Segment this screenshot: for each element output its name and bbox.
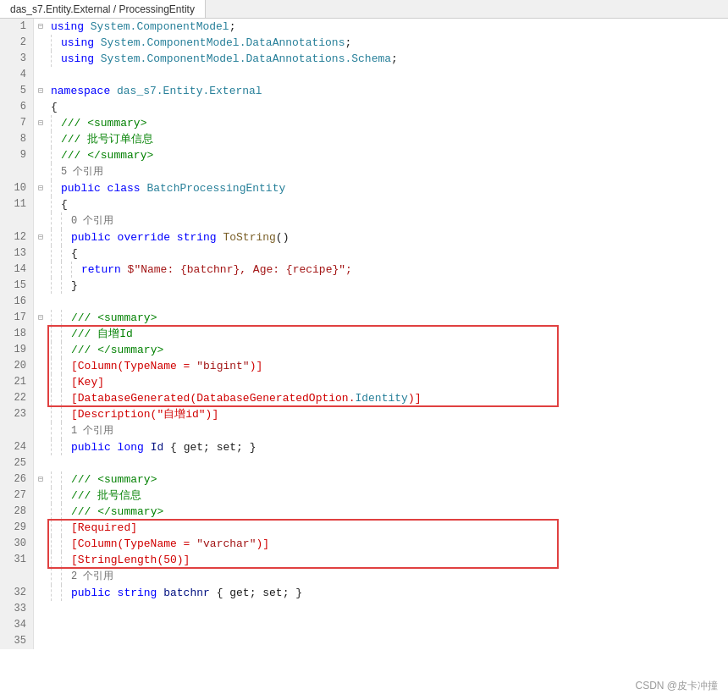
code-line-content xyxy=(47,617,728,633)
line-number: 3 xyxy=(0,51,34,67)
line: 14return $"Name: {batchnr}, Age: {recipe… xyxy=(0,262,728,278)
line-number: 32 xyxy=(0,585,34,601)
fold-gutter[interactable] xyxy=(34,374,47,390)
fold-gutter[interactable] xyxy=(34,262,47,278)
code-line-content: [StringLength(50)] xyxy=(68,552,728,568)
code-line-content: [Column(TypeName = "varchar")] xyxy=(68,536,728,552)
fold-gutter[interactable] xyxy=(34,131,47,147)
token: 2 个引用 xyxy=(71,570,113,582)
indent-guide xyxy=(51,520,58,536)
line: 2 个引用 xyxy=(0,568,728,585)
fold-gutter[interactable] xyxy=(34,601,47,617)
indent-guide xyxy=(61,342,68,358)
code-line-content: { xyxy=(58,196,728,212)
fold-gutter[interactable] xyxy=(34,245,47,262)
token: 5 个引用 xyxy=(61,166,103,178)
fold-gutter[interactable] xyxy=(34,196,47,212)
indent-guide xyxy=(51,245,58,262)
fold-gutter[interactable] xyxy=(34,278,47,294)
indent-guide xyxy=(61,245,68,262)
indent-guide xyxy=(71,262,78,278)
line: 7⊟/// <summary> xyxy=(0,115,728,131)
fold-gutter[interactable]: ⊟ xyxy=(34,229,47,245)
indent-guide xyxy=(51,131,58,147)
code-line-content: [Column(TypeName = "bigint")] xyxy=(68,358,728,374)
token: /// 批号信息 xyxy=(71,489,141,502)
line-number: 2 xyxy=(0,35,34,51)
fold-gutter[interactable] xyxy=(34,422,47,439)
code-line-content xyxy=(47,67,728,83)
fold-gutter[interactable]: ⊟ xyxy=(34,180,47,196)
fold-gutter[interactable] xyxy=(34,35,47,51)
line-number: 16 xyxy=(0,294,34,310)
fold-gutter[interactable] xyxy=(34,326,47,342)
code-line-content: return $"Name: {batchnr}, Age: {recipe}"… xyxy=(78,262,728,278)
token: namespace xyxy=(51,85,117,97)
fold-gutter[interactable]: ⊟ xyxy=(34,19,47,35)
line-number xyxy=(0,212,34,229)
line: 4 xyxy=(0,67,728,83)
token: [Required] xyxy=(71,521,137,534)
fold-gutter[interactable] xyxy=(34,568,47,585)
token: /// xyxy=(71,311,97,324)
token: </summary> xyxy=(97,344,163,356)
fold-gutter[interactable] xyxy=(34,212,47,229)
fold-gutter[interactable] xyxy=(34,358,47,374)
token: /// 自增Id xyxy=(71,328,133,340)
fold-gutter[interactable] xyxy=(34,294,47,310)
fold-gutter[interactable] xyxy=(34,552,47,568)
indent-guide xyxy=(61,406,68,422)
fold-gutter[interactable] xyxy=(34,390,47,406)
fold-gutter[interactable] xyxy=(34,633,47,649)
fold-gutter[interactable] xyxy=(34,504,47,520)
fold-gutter[interactable] xyxy=(34,406,47,422)
indent-guide xyxy=(51,147,58,163)
code-line-content xyxy=(47,294,728,310)
fold-gutter[interactable]: ⊟ xyxy=(34,115,47,131)
fold-gutter[interactable] xyxy=(34,147,47,163)
fold-gutter[interactable] xyxy=(34,67,47,83)
code-line-content: [Description("自增id")] xyxy=(68,406,728,422)
token: override xyxy=(118,231,177,244)
fold-gutter[interactable] xyxy=(34,51,47,67)
indent-guide xyxy=(61,585,68,601)
fold-gutter[interactable] xyxy=(34,342,47,358)
line-number: 13 xyxy=(0,245,34,262)
fold-gutter[interactable] xyxy=(34,520,47,536)
code-line-content xyxy=(47,633,728,649)
token: string xyxy=(118,587,164,599)
line-number: 1 xyxy=(0,19,34,35)
fold-gutter[interactable]: ⊟ xyxy=(34,471,47,488)
line-number: 6 xyxy=(0,99,34,115)
code-line-content: using System.ComponentModel.DataAnnotati… xyxy=(58,35,728,51)
tab-bar: das_s7.Entity.External / ProcessingEntit… xyxy=(0,0,728,19)
line: 21[Key] xyxy=(0,374,728,390)
fold-gutter[interactable] xyxy=(34,99,47,115)
fold-gutter[interactable] xyxy=(34,439,47,455)
line: 22[DatabaseGenerated(DatabaseGeneratedOp… xyxy=(0,390,728,406)
token: <summary> xyxy=(87,117,146,130)
token: ToString xyxy=(223,231,275,244)
line-number: 25 xyxy=(0,455,34,471)
code-line-content: 1 个引用 xyxy=(68,422,728,439)
fold-gutter[interactable] xyxy=(34,488,47,504)
fold-gutter[interactable] xyxy=(34,536,47,552)
code-line-content: [Key] xyxy=(68,374,728,390)
line: 27/// 批号信息 xyxy=(0,488,728,504)
fold-gutter[interactable] xyxy=(34,585,47,601)
fold-gutter[interactable] xyxy=(34,617,47,633)
fold-gutter[interactable] xyxy=(34,455,47,471)
token: /// xyxy=(61,117,87,130)
indent-guide xyxy=(51,536,58,552)
fold-gutter[interactable]: ⊟ xyxy=(34,83,47,99)
line: 6{ xyxy=(0,99,728,115)
fold-gutter[interactable] xyxy=(34,163,47,180)
line: 1⊟using System.ComponentModel; xyxy=(0,19,728,35)
token: public xyxy=(71,231,118,244)
fold-gutter[interactable]: ⊟ xyxy=(34,310,47,326)
code-line-content: { xyxy=(47,99,728,115)
active-tab[interactable]: das_s7.Entity.External / ProcessingEntit… xyxy=(0,0,206,18)
token: <summary> xyxy=(97,311,157,324)
line-number: 17 xyxy=(0,310,34,326)
indent-guide xyxy=(51,163,58,180)
